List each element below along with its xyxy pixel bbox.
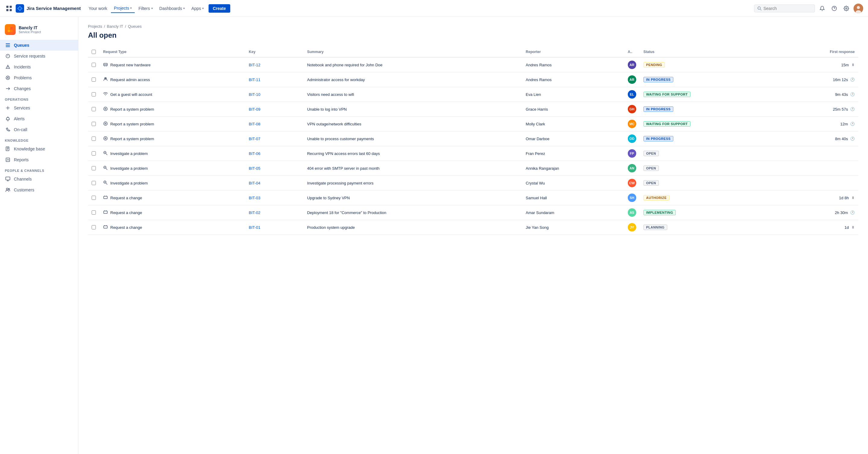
sidebar-item-alerts[interactable]: Alerts [0,113,78,124]
status-badge: WAITING FOR SUPPORT [644,92,690,97]
type-label: Investigate a problem [110,166,148,171]
svg-point-33 [105,78,106,79]
sidebar-item-knowledge-base[interactable]: Knowledge base [0,144,78,154]
type-label: Request new hardware [110,63,151,67]
svg-rect-20 [6,47,10,47]
service-requests-icon [5,53,11,59]
sidebar-item-incidents[interactable]: Incidents [0,61,78,72]
row-checkbox[interactable] [92,151,96,156]
nav-filters[interactable]: Filters ▾ [135,4,156,13]
svg-rect-0 [6,6,8,8]
nav-your-work[interactable]: Your work [86,4,110,13]
status-badge: AUTHORIZE [644,195,670,201]
pause-icon: ⏸ [851,63,855,67]
row-checkbox[interactable] [92,166,96,170]
user-avatar[interactable] [854,4,863,13]
issue-key[interactable]: BIT-01 [249,225,260,230]
status-cell: OPEN [640,176,771,190]
row-checkbox-cell [88,190,99,205]
type-icon [103,107,108,112]
assignee-cell: AS [624,205,640,220]
logo[interactable]: Jira Service Management [16,4,81,13]
issue-key[interactable]: BIT-02 [249,210,260,215]
row-checkbox[interactable] [92,78,96,82]
reporter-name: Eva Lien [526,92,541,97]
status-badge: OPEN [644,165,659,171]
incidents-label: Incidents [14,64,31,69]
row-checkbox[interactable] [92,210,96,215]
status-cell: IN PROGRESS [640,72,771,87]
row-checkbox[interactable] [92,107,96,111]
first-response-cell [771,146,858,161]
row-checkbox[interactable] [92,181,96,185]
settings-button[interactable] [841,4,851,13]
help-button[interactable] [830,4,839,13]
reporter-name: Andres Ramos [526,78,552,82]
issue-key[interactable]: BIT-04 [249,181,260,185]
logo-text: Jira Service Management [27,6,81,11]
issue-key[interactable]: BIT-09 [249,107,260,112]
summary-cell: Deployment 18 for "Commerce" to Producti… [304,205,522,220]
sidebar-item-queues[interactable]: Queues [0,40,78,51]
key-cell: BIT-09 [245,102,304,117]
breadcrumb-bancly-it[interactable]: Bancly IT [107,24,123,29]
issue-key[interactable]: BIT-05 [249,166,260,171]
row-checkbox[interactable] [92,195,96,200]
issue-key[interactable]: BIT-10 [249,92,260,97]
request-type-cell: Request a change [99,205,245,220]
nav-projects[interactable]: Projects ▾ [111,4,135,13]
sidebar-item-customers[interactable]: Customers [0,184,78,195]
issue-key[interactable]: BIT-06 [249,151,260,156]
reporter-cell: Jie Yan Song [522,220,624,235]
notifications-button[interactable] [817,4,827,13]
service-requests-label: Service requests [14,54,45,59]
row-checkbox-cell [88,161,99,176]
app-grid-button[interactable] [5,4,13,13]
services-icon [5,105,11,111]
sidebar-item-on-call[interactable]: On-call [0,124,78,135]
nav-dashboards[interactable]: Dashboards ▾ [156,4,188,13]
row-checkbox[interactable] [92,92,96,96]
type-icon [103,77,108,83]
select-all-checkbox[interactable] [92,50,96,54]
search-input[interactable] [764,6,812,11]
sidebar-item-service-requests[interactable]: Service requests [0,51,78,61]
project-header[interactable]: Bancly IT Service Project [0,22,78,40]
sidebar-item-channels[interactable]: Channels [0,174,78,184]
row-checkbox[interactable] [92,137,96,141]
col-status: Status [640,47,771,57]
svg-point-5 [758,7,761,9]
row-checkbox[interactable] [92,122,96,126]
sidebar-item-reports[interactable]: Reports [0,154,78,165]
nav-apps[interactable]: Apps ▾ [188,4,207,13]
type-label: Get a guest wifi account [110,92,152,97]
issue-key[interactable]: BIT-12 [249,63,260,67]
svg-rect-19 [6,45,10,46]
request-type-cell: Request a change [99,190,245,205]
issue-key[interactable]: BIT-03 [249,195,260,200]
assignee-avatar: OD [628,134,636,143]
sidebar-item-services[interactable]: Services [0,102,78,113]
status-badge: IN PROGRESS [644,77,673,82]
sidebar-item-changes[interactable]: Changes [0,83,78,94]
status-cell: IN PROGRESS [640,102,771,117]
breadcrumb-projects[interactable]: Projects [88,24,102,29]
search-box[interactable] [754,4,815,12]
row-checkbox[interactable] [92,225,96,230]
assignee-avatar: FP [628,149,636,158]
row-checkbox-cell [88,102,99,117]
type-label: Report a system problem [110,122,154,126]
reporter-name: Amar Sundaram [526,210,554,215]
issue-key[interactable]: BIT-07 [249,137,260,141]
svg-point-36 [104,122,107,125]
assignee-cell: GH [624,102,640,117]
issue-key[interactable]: BIT-11 [249,78,260,82]
svg-rect-51 [104,226,107,228]
first-response-cell: 12m 🕐 [771,117,858,131]
row-checkbox[interactable] [92,63,96,67]
create-button[interactable]: Create [209,4,230,13]
sidebar-item-problems[interactable]: Problems [0,72,78,83]
reporter-cell: Andres Ramos [522,72,624,87]
on-call-label: On-call [14,127,27,132]
issue-key[interactable]: BIT-08 [249,122,260,126]
